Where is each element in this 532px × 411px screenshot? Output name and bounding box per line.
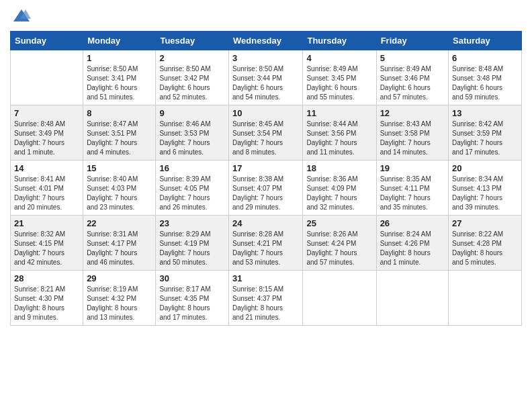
calendar-cell: 18Sunrise: 8:36 AMSunset: 4:09 PMDayligh… xyxy=(303,161,376,216)
calendar-cell: 19Sunrise: 8:35 AMSunset: 4:11 PMDayligh… xyxy=(376,161,448,216)
calendar-cell: 17Sunrise: 8:38 AMSunset: 4:07 PMDayligh… xyxy=(229,161,303,216)
day-number: 29 xyxy=(87,273,152,283)
day-number: 20 xyxy=(452,163,518,173)
calendar-cell: 11Sunrise: 8:44 AMSunset: 3:56 PMDayligh… xyxy=(303,105,376,161)
day-number: 22 xyxy=(87,218,152,228)
day-info: Sunrise: 8:17 AMSunset: 4:35 PMDaylight:… xyxy=(159,285,225,322)
column-header-tuesday: Tuesday xyxy=(156,32,229,50)
day-number: 8 xyxy=(87,108,152,118)
column-header-friday: Friday xyxy=(376,32,448,50)
day-info: Sunrise: 8:19 AMSunset: 4:32 PMDaylight:… xyxy=(87,285,152,322)
calendar-cell: 8Sunrise: 8:47 AMSunset: 3:51 PMDaylight… xyxy=(83,105,156,161)
page-header xyxy=(10,7,522,26)
calendar-cell: 4Sunrise: 8:49 AMSunset: 3:45 PMDaylight… xyxy=(303,50,376,105)
day-info: Sunrise: 8:48 AMSunset: 3:48 PMDaylight:… xyxy=(452,64,518,102)
day-number: 1 xyxy=(87,53,152,63)
calendar-cell: 13Sunrise: 8:42 AMSunset: 3:59 PMDayligh… xyxy=(449,105,522,161)
calendar-week-row: 21Sunrise: 8:32 AMSunset: 4:15 PMDayligh… xyxy=(11,216,522,271)
column-header-saturday: Saturday xyxy=(449,32,522,50)
day-number: 14 xyxy=(14,163,79,173)
calendar-cell: 6Sunrise: 8:48 AMSunset: 3:48 PMDaylight… xyxy=(449,50,522,105)
calendar-cell: 10Sunrise: 8:45 AMSunset: 3:54 PMDayligh… xyxy=(229,105,303,161)
day-info: Sunrise: 8:31 AMSunset: 4:17 PMDaylight:… xyxy=(87,230,152,267)
day-info: Sunrise: 8:50 AMSunset: 3:44 PMDaylight:… xyxy=(232,64,299,102)
calendar-cell xyxy=(376,271,448,326)
day-number: 13 xyxy=(452,108,518,118)
logo xyxy=(10,7,31,26)
day-number: 10 xyxy=(232,108,299,118)
day-number: 25 xyxy=(306,218,372,228)
day-number: 7 xyxy=(14,108,79,118)
day-number: 9 xyxy=(159,108,225,118)
day-number: 16 xyxy=(159,163,225,173)
calendar-cell: 25Sunrise: 8:26 AMSunset: 4:24 PMDayligh… xyxy=(303,216,376,271)
day-number: 27 xyxy=(452,218,518,228)
day-number: 12 xyxy=(380,108,445,118)
day-info: Sunrise: 8:22 AMSunset: 4:28 PMDaylight:… xyxy=(452,230,518,267)
calendar-cell: 14Sunrise: 8:41 AMSunset: 4:01 PMDayligh… xyxy=(11,161,83,216)
calendar-cell: 16Sunrise: 8:39 AMSunset: 4:05 PMDayligh… xyxy=(156,161,229,216)
day-info: Sunrise: 8:38 AMSunset: 4:07 PMDaylight:… xyxy=(232,175,299,212)
day-number: 17 xyxy=(232,163,299,173)
calendar-cell: 26Sunrise: 8:24 AMSunset: 4:26 PMDayligh… xyxy=(376,216,448,271)
calendar-cell: 12Sunrise: 8:43 AMSunset: 3:58 PMDayligh… xyxy=(376,105,448,161)
day-number: 26 xyxy=(380,218,445,228)
day-info: Sunrise: 8:34 AMSunset: 4:13 PMDaylight:… xyxy=(452,175,518,212)
day-info: Sunrise: 8:41 AMSunset: 4:01 PMDaylight:… xyxy=(14,175,79,212)
calendar-cell: 23Sunrise: 8:29 AMSunset: 4:19 PMDayligh… xyxy=(156,216,229,271)
day-number: 18 xyxy=(306,163,372,173)
calendar-week-row: 28Sunrise: 8:21 AMSunset: 4:30 PMDayligh… xyxy=(11,271,522,326)
day-number: 6 xyxy=(452,53,518,63)
column-header-wednesday: Wednesday xyxy=(229,32,303,50)
calendar-week-row: 1Sunrise: 8:50 AMSunset: 3:41 PMDaylight… xyxy=(11,50,522,105)
calendar-cell: 15Sunrise: 8:40 AMSunset: 4:03 PMDayligh… xyxy=(83,161,156,216)
day-number: 23 xyxy=(159,218,225,228)
day-info: Sunrise: 8:40 AMSunset: 4:03 PMDaylight:… xyxy=(87,175,152,212)
day-info: Sunrise: 8:50 AMSunset: 3:42 PMDaylight:… xyxy=(159,64,225,102)
calendar-cell: 28Sunrise: 8:21 AMSunset: 4:30 PMDayligh… xyxy=(11,271,83,326)
day-number: 5 xyxy=(380,53,445,63)
calendar-cell: 3Sunrise: 8:50 AMSunset: 3:44 PMDaylight… xyxy=(229,50,303,105)
calendar-cell: 21Sunrise: 8:32 AMSunset: 4:15 PMDayligh… xyxy=(11,216,83,271)
calendar-cell: 20Sunrise: 8:34 AMSunset: 4:13 PMDayligh… xyxy=(449,161,522,216)
calendar-cell: 24Sunrise: 8:28 AMSunset: 4:21 PMDayligh… xyxy=(229,216,303,271)
day-info: Sunrise: 8:42 AMSunset: 3:59 PMDaylight:… xyxy=(452,120,518,157)
day-info: Sunrise: 8:39 AMSunset: 4:05 PMDaylight:… xyxy=(159,175,225,212)
day-info: Sunrise: 8:36 AMSunset: 4:09 PMDaylight:… xyxy=(306,175,372,212)
calendar-cell: 30Sunrise: 8:17 AMSunset: 4:35 PMDayligh… xyxy=(156,271,229,326)
calendar-cell: 31Sunrise: 8:15 AMSunset: 4:37 PMDayligh… xyxy=(229,271,303,326)
day-number: 4 xyxy=(306,53,372,63)
day-number: 15 xyxy=(87,163,152,173)
calendar-cell: 27Sunrise: 8:22 AMSunset: 4:28 PMDayligh… xyxy=(449,216,522,271)
day-info: Sunrise: 8:26 AMSunset: 4:24 PMDaylight:… xyxy=(306,230,372,267)
calendar-table: SundayMondayTuesdayWednesdayThursdayFrid… xyxy=(10,31,522,326)
day-number: 28 xyxy=(14,273,79,283)
column-header-monday: Monday xyxy=(83,32,156,50)
calendar-cell: 29Sunrise: 8:19 AMSunset: 4:32 PMDayligh… xyxy=(83,271,156,326)
calendar-cell: 2Sunrise: 8:50 AMSunset: 3:42 PMDaylight… xyxy=(156,50,229,105)
calendar-cell: 22Sunrise: 8:31 AMSunset: 4:17 PMDayligh… xyxy=(83,216,156,271)
day-info: Sunrise: 8:49 AMSunset: 3:46 PMDaylight:… xyxy=(380,64,445,102)
day-info: Sunrise: 8:45 AMSunset: 3:54 PMDaylight:… xyxy=(232,120,299,157)
day-info: Sunrise: 8:32 AMSunset: 4:15 PMDaylight:… xyxy=(14,230,79,267)
day-info: Sunrise: 8:21 AMSunset: 4:30 PMDaylight:… xyxy=(14,285,79,322)
day-info: Sunrise: 8:49 AMSunset: 3:45 PMDaylight:… xyxy=(306,64,372,102)
logo-icon xyxy=(12,7,31,26)
calendar-week-row: 14Sunrise: 8:41 AMSunset: 4:01 PMDayligh… xyxy=(11,161,522,216)
calendar-cell xyxy=(449,271,522,326)
day-info: Sunrise: 8:15 AMSunset: 4:37 PMDaylight:… xyxy=(232,285,299,322)
day-info: Sunrise: 8:46 AMSunset: 3:53 PMDaylight:… xyxy=(159,120,225,157)
calendar-cell xyxy=(11,50,83,105)
calendar-cell: 1Sunrise: 8:50 AMSunset: 3:41 PMDaylight… xyxy=(83,50,156,105)
day-number: 19 xyxy=(380,163,445,173)
column-header-thursday: Thursday xyxy=(303,32,376,50)
day-number: 2 xyxy=(159,53,225,63)
day-number: 11 xyxy=(306,108,372,118)
day-number: 24 xyxy=(232,218,299,228)
calendar-cell: 5Sunrise: 8:49 AMSunset: 3:46 PMDaylight… xyxy=(376,50,448,105)
column-header-sunday: Sunday xyxy=(11,32,83,50)
calendar-cell: 7Sunrise: 8:48 AMSunset: 3:49 PMDaylight… xyxy=(11,105,83,161)
day-info: Sunrise: 8:44 AMSunset: 3:56 PMDaylight:… xyxy=(306,120,372,157)
day-number: 31 xyxy=(232,273,299,283)
calendar-cell: 9Sunrise: 8:46 AMSunset: 3:53 PMDaylight… xyxy=(156,105,229,161)
